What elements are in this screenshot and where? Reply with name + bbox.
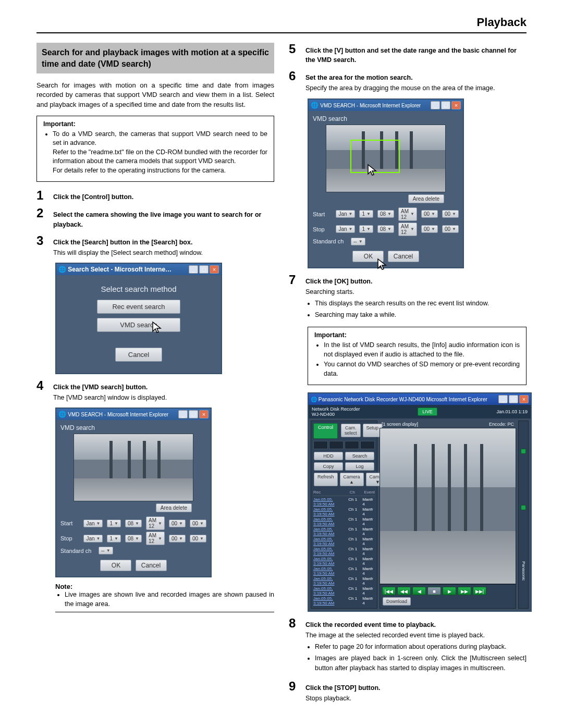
event-row[interactable]: Jan.05.05, 3:19:50 AMCh 1Manfr 4 bbox=[313, 576, 375, 586]
minute-select[interactable]: 00▼ bbox=[421, 210, 438, 218]
close-icon[interactable]: × bbox=[210, 265, 219, 274]
playback-button[interactable]: ◀ bbox=[412, 587, 426, 595]
minimize-icon[interactable]: _ bbox=[498, 395, 508, 403]
close-icon[interactable]: × bbox=[451, 101, 461, 109]
vmd-search-button[interactable]: VMD search bbox=[97, 318, 180, 332]
second-select[interactable]: 00▼ bbox=[442, 210, 459, 218]
playback-button[interactable]: ▶▶| bbox=[473, 587, 486, 595]
close-icon[interactable]: × bbox=[199, 410, 209, 418]
area-delete-button[interactable]: Area delete bbox=[408, 194, 444, 203]
ie-icon: 🌐 Search Select - Microsoft Interne… bbox=[58, 266, 172, 273]
minimize-icon[interactable]: _ bbox=[189, 265, 198, 274]
month-select[interactable]: Jan▼ bbox=[336, 210, 355, 218]
main-camera-view[interactable] bbox=[380, 428, 516, 584]
camera-preview[interactable] bbox=[74, 434, 193, 501]
dialog-title: VMD SEARCH - Microsoft Internet Explorer bbox=[320, 103, 421, 108]
note-item: Live images are shown live and recorded … bbox=[65, 590, 274, 609]
cursor-icon bbox=[367, 164, 378, 177]
channel-select[interactable]: --▼ bbox=[99, 547, 113, 554]
year-select[interactable]: 08▼ bbox=[125, 520, 142, 527]
search-button[interactable]: Search bbox=[345, 452, 374, 460]
divider bbox=[55, 612, 274, 612]
year-select[interactable]: 08▼ bbox=[377, 210, 394, 218]
camera-up-button[interactable]: Camera ▲ bbox=[340, 473, 364, 486]
ok-button[interactable]: OK bbox=[100, 560, 131, 571]
event-row[interactable]: Jan.05.05, 3:19:50 AMCh 1Manfr 4 bbox=[313, 557, 375, 566]
playback-bar: |◀◀ ◀◀ ◀ ■ ▶ ▶▶ ▶▶| Download bbox=[380, 584, 516, 609]
event-row[interactable]: Jan.05.05, 3:19:50 AMCh 1Manfr 4 bbox=[313, 586, 375, 596]
cancel-button[interactable]: Cancel bbox=[136, 560, 167, 571]
event-row[interactable]: Jan.05.05, 3:19:50 AMCh 1Manfr 4 bbox=[313, 497, 375, 507]
day-select[interactable]: 1▼ bbox=[359, 225, 373, 233]
refresh-button[interactable]: Refresh bbox=[314, 473, 338, 486]
day-select[interactable]: 1▼ bbox=[107, 535, 120, 542]
close-icon[interactable]: × bbox=[519, 395, 529, 403]
control-tab[interactable]: Control bbox=[313, 423, 338, 439]
step-text: Click the [OK] button. bbox=[305, 278, 372, 285]
playback-button[interactable]: |◀◀ bbox=[382, 587, 396, 595]
step-text: Click the [V] button and set the date ra… bbox=[305, 47, 517, 64]
cam-select-tab[interactable]: Cam. select bbox=[341, 424, 361, 437]
step-sub: Stops playback. bbox=[305, 694, 527, 703]
month-select[interactable]: Jan▼ bbox=[83, 520, 103, 527]
panasonic-label: Panasonic bbox=[521, 561, 526, 581]
event-row[interactable]: Jan.05.05, 3:19:50 AMCh 1Manfr 4 bbox=[313, 527, 375, 536]
maximize-icon[interactable]: □ bbox=[441, 101, 450, 109]
day-select[interactable]: 1▼ bbox=[359, 210, 373, 218]
step-number: 3 bbox=[36, 235, 48, 247]
camera-preview[interactable] bbox=[326, 125, 446, 192]
maximize-icon[interactable]: □ bbox=[199, 265, 209, 274]
rec-event-search-button[interactable]: Rec event search bbox=[97, 300, 180, 314]
intro-text: Search for images with motion on a speci… bbox=[36, 81, 274, 109]
minute-select[interactable]: 00▼ bbox=[169, 520, 186, 527]
playback-button[interactable]: ◀◀ bbox=[397, 587, 411, 595]
stop-button[interactable]: ■ bbox=[427, 587, 441, 595]
event-row[interactable]: Jan.05.05, 3:19:50 AMCh 1Manfr 4 bbox=[313, 537, 375, 546]
maximize-icon[interactable]: □ bbox=[509, 395, 518, 403]
important-box-1: Important: To do a VMD search, the camer… bbox=[36, 116, 274, 182]
standard-ch-label: Standard ch bbox=[60, 548, 94, 554]
dialog-title: VMD SEARCH - Microsoft Internet Explorer bbox=[68, 412, 168, 417]
hdd-button[interactable]: HDD bbox=[314, 452, 343, 460]
month-select[interactable]: Jan▼ bbox=[83, 535, 103, 542]
year-select[interactable]: 08▼ bbox=[125, 535, 142, 542]
month-select[interactable]: Jan▼ bbox=[336, 225, 355, 233]
minute-select[interactable]: 00▼ bbox=[169, 535, 186, 542]
step-bullet: Refer to page 20 for information about o… bbox=[315, 642, 527, 651]
event-row[interactable]: Jan.05.05, 3:19:50 AMCh 1Manfr 4 bbox=[313, 517, 375, 526]
minimize-icon[interactable]: _ bbox=[178, 410, 188, 418]
step-1: 1 Click the [Control] button. bbox=[36, 189, 274, 202]
download-button[interactable]: Download bbox=[383, 597, 411, 606]
channel-select[interactable]: --▼ bbox=[351, 238, 365, 245]
multiscreen-row[interactable] bbox=[313, 441, 375, 449]
hour-select[interactable]: AM 12▼ bbox=[398, 223, 417, 236]
event-row[interactable]: Jan.05.05, 3:19:50 AMCh 1Manfr 4 bbox=[313, 596, 375, 606]
minute-select[interactable]: 00▼ bbox=[421, 225, 438, 233]
playback-button[interactable]: ▶ bbox=[443, 587, 456, 595]
hour-select[interactable]: AM 12▼ bbox=[398, 207, 417, 221]
event-row[interactable]: Jan.05.05, 3:19:50 AMCh 1Manfr 4 bbox=[313, 507, 375, 516]
step-bullet: Searching may take a while. bbox=[315, 310, 527, 319]
second-select[interactable]: 00▼ bbox=[190, 535, 206, 542]
vmd-label: VMD search bbox=[313, 114, 459, 125]
hour-select[interactable]: AM 12▼ bbox=[146, 516, 165, 530]
area-delete-button[interactable]: Area delete bbox=[156, 503, 192, 512]
second-select[interactable]: 00▼ bbox=[442, 225, 459, 233]
event-row[interactable]: Jan.05.05, 3:19:50 AMCh 1Manfr 4 bbox=[313, 566, 375, 576]
standard-ch-label: Standard ch bbox=[313, 238, 347, 244]
playback-button[interactable]: ▶▶ bbox=[458, 587, 471, 595]
event-row[interactable]: Jan.05.05, 3:19:50 AMCh 1Manfr 4 bbox=[313, 547, 375, 556]
step-text: Click the [VMD search] button. bbox=[53, 384, 148, 391]
hour-select[interactable]: AM 12▼ bbox=[146, 532, 165, 545]
minimize-icon[interactable]: _ bbox=[431, 101, 440, 109]
year-select[interactable]: 08▼ bbox=[377, 225, 394, 233]
day-select[interactable]: 1▼ bbox=[107, 520, 120, 527]
cancel-button[interactable]: Cancel bbox=[115, 348, 162, 362]
second-select[interactable]: 00▼ bbox=[190, 520, 206, 527]
cancel-button[interactable]: Cancel bbox=[388, 251, 419, 262]
log-button[interactable]: Log bbox=[345, 462, 374, 471]
maximize-icon[interactable]: □ bbox=[189, 410, 198, 418]
copy-button[interactable]: Copy bbox=[314, 462, 343, 471]
step-number: 1 bbox=[36, 189, 48, 202]
step-bullet: This displays the search results on the … bbox=[315, 299, 527, 308]
